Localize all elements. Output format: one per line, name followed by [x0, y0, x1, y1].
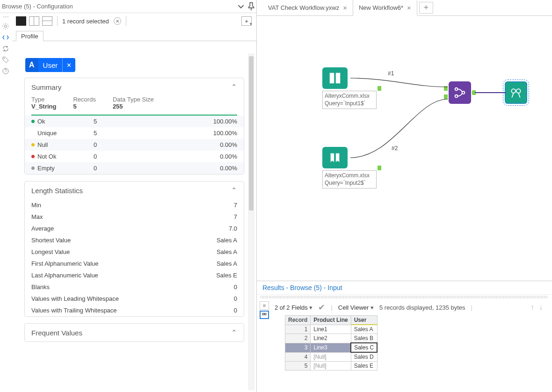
join-tool[interactable]	[449, 81, 471, 104]
add-tab-button[interactable]: +	[419, 2, 433, 14]
stat-count: 5	[94, 118, 131, 125]
results-toolbar: 2 of 2 Fields ✔ | Cell Viewer 5 records …	[271, 299, 552, 315]
cell-user[interactable]: Sales E	[351, 362, 377, 370]
doc-tab-vat[interactable]: VAT Check Workflow.yxwz ×	[262, 0, 353, 15]
size-value: 255	[113, 103, 154, 110]
left-icon-rail	[0, 20, 12, 392]
cell-product-line[interactable]: Line3	[311, 343, 351, 352]
svg-point-6	[511, 89, 516, 93]
cell-viewer-dropdown[interactable]: Cell Viewer	[338, 304, 374, 311]
input-data-icon	[322, 147, 348, 168]
length-stats-label: Length Statistics	[31, 187, 83, 195]
view-single-button[interactable]	[16, 16, 26, 26]
join-output[interactable]	[472, 90, 476, 95]
frequent-values-card: Frequent Values ⌃	[24, 323, 244, 342]
svg-point-0	[5, 25, 7, 28]
document-tab-strip: VAT Check Workflow.yxwz × New Workflow6*…	[257, 0, 552, 16]
workflow-canvas[interactable]: AlteryxComm.xlsx Query=`Input1$` Alteryx…	[257, 16, 552, 281]
arrow-down-icon[interactable]: ↓	[539, 303, 543, 312]
grip-dots[interactable]	[261, 296, 548, 298]
length-stats-header[interactable]: Length Statistics ⌃	[25, 181, 244, 199]
table-row[interactable]: 4 [Null] Sales D	[285, 352, 378, 362]
scrollbar-thumb[interactable]	[249, 56, 254, 211]
results-view-messages-icon[interactable]: ≡	[260, 301, 269, 310]
join-input-L[interactable]	[444, 86, 448, 91]
table-row[interactable]: 3 Line3 Sales C	[285, 343, 378, 352]
refresh-icon[interactable]	[1, 44, 10, 53]
configuration-panel: Browse (5) - Configuration ⋯ 1 record se…	[0, 0, 256, 392]
status-dot	[31, 143, 35, 146]
cell-user[interactable]: Sales D	[351, 352, 377, 362]
results-grid[interactable]: RecordProduct LineUser 1 Line1 Sales A2 …	[285, 315, 378, 370]
code-icon[interactable]	[1, 33, 10, 42]
column-header[interactable]: Record	[285, 316, 311, 325]
scrollbar[interactable]	[248, 53, 254, 390]
doc-tab-new[interactable]: New Workflow6* ×	[353, 0, 417, 16]
check-icon[interactable]: ✔	[318, 302, 325, 312]
cell-product-line[interactable]: Line1	[311, 325, 351, 334]
stat-key: First Alphanumeric Value	[31, 260, 217, 267]
table-row[interactable]: 2 Line2 Sales B	[285, 334, 378, 343]
output-anchor[interactable]	[378, 86, 381, 91]
column-header[interactable]: User	[351, 316, 377, 325]
cell-product-line[interactable]: [Null]	[311, 352, 351, 362]
field-chip-remove-icon[interactable]: ✕	[62, 58, 75, 72]
separator	[57, 16, 58, 26]
clear-selection-icon[interactable]: ✕	[114, 17, 121, 25]
stat-value: Sales A	[217, 248, 237, 255]
table-row[interactable]: 1 Line1 Sales A	[285, 325, 378, 334]
column-header[interactable]: Product Line	[311, 316, 351, 325]
cell-user[interactable]: Sales B	[351, 334, 377, 343]
frequent-values-header[interactable]: Frequent Values ⌃	[25, 324, 244, 341]
input-2-label: AlteryxComm.xlsx Query=`Input2$`	[322, 170, 377, 189]
browse-tool[interactable]	[505, 81, 527, 104]
chevron-up-icon: ⌃	[231, 186, 237, 195]
tab-profile[interactable]: Profile	[16, 31, 44, 41]
cell-product-line[interactable]: [Null]	[311, 362, 351, 370]
svg-point-5	[462, 91, 465, 94]
status-dot	[31, 120, 35, 123]
summary-header-label: Summary	[31, 83, 61, 91]
view-split-h-button[interactable]	[42, 16, 52, 26]
stat-key: Average	[31, 225, 229, 232]
field-type-letter: A	[25, 58, 38, 72]
length-stat-row: Shortest ValueSales A	[25, 234, 244, 246]
row-number: 1	[285, 325, 311, 334]
summary-row: Unique 5 100.00%	[25, 127, 244, 139]
stat-name: Null	[37, 141, 94, 148]
length-stat-row: Blanks0	[25, 281, 244, 293]
arrow-up-icon[interactable]: ↑	[530, 303, 534, 312]
input-tool-2[interactable]: AlteryxComm.xlsx Query=`Input2$`	[322, 147, 377, 189]
tag-icon[interactable]	[1, 55, 10, 65]
collapse-chevron-icon[interactable]	[236, 1, 246, 12]
length-stat-row: Values with Trailing Whitespace0	[25, 305, 244, 316]
input-tool-1[interactable]: AlteryxComm.xlsx Query=`Input1$`	[322, 67, 377, 109]
status-dot	[31, 131, 35, 135]
length-stat-row: Longest ValueSales A	[25, 246, 244, 258]
help-icon[interactable]	[1, 66, 10, 76]
close-icon[interactable]: ×	[343, 4, 347, 12]
stat-value: 7	[234, 202, 237, 209]
stat-value: 7.0	[229, 225, 237, 232]
fields-dropdown[interactable]: 2 of 2 Fields	[275, 304, 312, 311]
profile-tabbar: Profile	[12, 29, 256, 41]
stat-pct: 100.00%	[213, 130, 237, 137]
cell-user[interactable]: Sales A	[351, 325, 377, 334]
stat-count: 0	[94, 153, 131, 160]
close-icon[interactable]: ×	[407, 4, 411, 12]
pin-icon[interactable]	[246, 1, 256, 12]
results-panel: Results - Browse (5) - Input ≡ 2 of 2 Fi…	[256, 281, 552, 392]
gear-icon[interactable]	[1, 22, 10, 31]
svg-point-9	[262, 313, 264, 315]
summary-card: Summary ⌃ TypeV_String Records5 Data Typ…	[24, 78, 244, 174]
summary-header[interactable]: Summary ⌃	[25, 78, 244, 96]
cell-product-line[interactable]: Line2	[311, 334, 351, 343]
join-input-R[interactable]	[444, 94, 448, 99]
cell-user[interactable]: Sales C	[351, 343, 377, 352]
view-split-v-button[interactable]	[29, 16, 39, 26]
results-view-data-icon[interactable]	[260, 311, 269, 319]
table-row[interactable]: 5 [Null] Sales E	[285, 362, 378, 370]
summary-row: Null 0 0.00%	[25, 139, 244, 151]
add-panel-button[interactable]: +	[241, 16, 252, 26]
output-anchor[interactable]	[378, 166, 381, 170]
